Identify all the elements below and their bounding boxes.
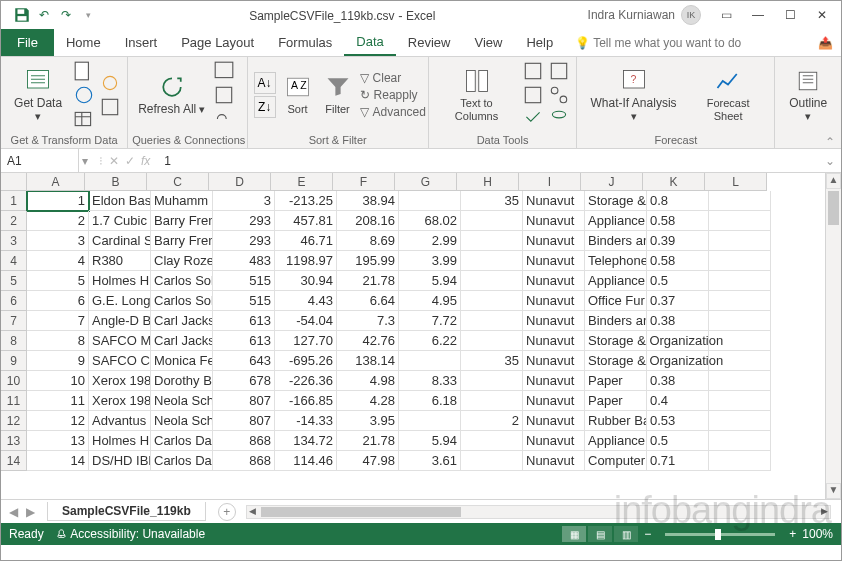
cell[interactable]: 46.71 xyxy=(275,231,337,251)
scroll-down-icon[interactable]: ▼ xyxy=(826,483,841,499)
cell[interactable]: R380 xyxy=(89,251,151,271)
cell[interactable]: Rubber Ba xyxy=(585,411,647,431)
cell[interactable]: SAFCO Co xyxy=(89,351,151,371)
row-header[interactable]: 7 xyxy=(1,311,27,331)
cell[interactable]: 10 xyxy=(27,371,89,391)
cell[interactable]: 8.33 xyxy=(399,371,461,391)
cell[interactable]: 195.99 xyxy=(337,251,399,271)
accessibility-status[interactable]: 🕭 Accessibility: Unavailable xyxy=(56,527,205,541)
flash-fill-icon[interactable] xyxy=(522,60,544,82)
cell[interactable]: 47.98 xyxy=(337,451,399,471)
cell[interactable]: -14.33 xyxy=(275,411,337,431)
cell[interactable]: -695.26 xyxy=(275,351,337,371)
cancel-formula-icon[interactable]: ✕ xyxy=(109,154,119,168)
cell[interactable]: Neola Sch xyxy=(151,391,213,411)
cell[interactable]: 5.94 xyxy=(399,431,461,451)
col-header[interactable]: K xyxy=(643,173,705,191)
tab-review[interactable]: Review xyxy=(396,29,463,56)
page-layout-view-icon[interactable]: ▤ xyxy=(588,526,612,542)
cell[interactable] xyxy=(461,391,523,411)
cell[interactable]: Xerox 198 xyxy=(89,391,151,411)
sort-asc-icon[interactable]: A↓ xyxy=(254,72,276,94)
get-data-button[interactable]: Get Data ▾ xyxy=(7,65,69,124)
cell[interactable] xyxy=(647,351,709,371)
consolidate-icon[interactable] xyxy=(548,60,570,82)
cell[interactable]: Eldon Bas xyxy=(89,191,151,211)
cell[interactable]: 2 xyxy=(27,211,89,231)
cell[interactable]: Storage & Organization xyxy=(585,351,647,371)
cell[interactable] xyxy=(709,331,771,351)
col-header[interactable]: D xyxy=(209,173,271,191)
cell[interactable]: 3.61 xyxy=(399,451,461,471)
cell[interactable] xyxy=(709,451,771,471)
tab-file[interactable]: File xyxy=(1,29,54,56)
cell[interactable]: 21.78 xyxy=(337,271,399,291)
cell[interactable]: 515 xyxy=(213,291,275,311)
tab-insert[interactable]: Insert xyxy=(113,29,170,56)
cell[interactable]: 0.4 xyxy=(647,391,709,411)
expand-formula-icon[interactable]: ⌄ xyxy=(819,154,841,168)
cell[interactable]: -54.04 xyxy=(275,311,337,331)
cell[interactable]: 0.58 xyxy=(647,211,709,231)
cell[interactable]: 4.28 xyxy=(337,391,399,411)
cell[interactable] xyxy=(709,351,771,371)
cell[interactable]: Muhamm xyxy=(151,191,213,211)
cell[interactable]: 35 xyxy=(461,351,523,371)
accept-formula-icon[interactable]: ✓ xyxy=(125,154,135,168)
cell[interactable]: 483 xyxy=(213,251,275,271)
sort-desc-icon[interactable]: Z↓ xyxy=(254,96,276,118)
maximize-icon[interactable]: ☐ xyxy=(775,3,805,27)
cell[interactable]: 1 xyxy=(27,191,89,211)
fx-icon[interactable]: fx xyxy=(141,154,150,168)
row-header[interactable]: 3 xyxy=(1,231,27,251)
collapse-ribbon-icon[interactable]: ⌃ xyxy=(825,135,835,149)
zoom-in-icon[interactable]: + xyxy=(789,527,796,541)
cell[interactable]: 12 xyxy=(27,411,89,431)
cell[interactable]: 0.5 xyxy=(647,431,709,451)
cell[interactable]: Office Fur xyxy=(585,291,647,311)
cell[interactable]: Nunavut xyxy=(523,271,585,291)
outline-button[interactable]: Outline ▾ xyxy=(781,65,835,124)
col-header[interactable]: J xyxy=(581,173,643,191)
cell[interactable]: Nunavut xyxy=(523,231,585,251)
cell[interactable]: 7.3 xyxy=(337,311,399,331)
data-validation-icon[interactable] xyxy=(522,108,544,130)
cell[interactable] xyxy=(461,451,523,471)
sheet-next-icon[interactable]: ▶ xyxy=(26,505,35,519)
cell[interactable]: 643 xyxy=(213,351,275,371)
cell[interactable]: Nunavut xyxy=(523,451,585,471)
cell[interactable]: 11 xyxy=(27,391,89,411)
edit-links-icon[interactable] xyxy=(213,108,235,130)
cell[interactable] xyxy=(399,411,461,431)
cell[interactable]: Nunavut xyxy=(523,431,585,451)
ribbon-display-icon[interactable]: ▭ xyxy=(711,3,741,27)
cell[interactable] xyxy=(709,311,771,331)
reapply-button[interactable]: ↻Reapply xyxy=(360,88,426,102)
name-box[interactable]: A1 xyxy=(1,149,79,172)
cell[interactable]: Appliance xyxy=(585,211,647,231)
tab-help[interactable]: Help xyxy=(514,29,565,56)
row-header[interactable]: 14 xyxy=(1,451,27,471)
cell[interactable]: Paper xyxy=(585,371,647,391)
cell[interactable]: 0.37 xyxy=(647,291,709,311)
cell[interactable]: -166.85 xyxy=(275,391,337,411)
cell[interactable] xyxy=(709,231,771,251)
cell[interactable]: Carl Jackso xyxy=(151,331,213,351)
cell[interactable]: Carlos Dal xyxy=(151,451,213,471)
cell[interactable]: 807 xyxy=(213,391,275,411)
cell[interactable]: 0.58 xyxy=(647,251,709,271)
cell[interactable]: Storage & xyxy=(585,191,647,211)
cell[interactable]: 7.72 xyxy=(399,311,461,331)
cell[interactable] xyxy=(461,371,523,391)
cell[interactable] xyxy=(399,351,461,371)
cell[interactable]: 38.94 xyxy=(337,191,399,211)
cell[interactable]: 4.98 xyxy=(337,371,399,391)
cell[interactable]: Telephone xyxy=(585,251,647,271)
cell[interactable]: 208.16 xyxy=(337,211,399,231)
cell[interactable]: 8.69 xyxy=(337,231,399,251)
cell[interactable]: Clay Rozer xyxy=(151,251,213,271)
cell[interactable] xyxy=(709,191,771,211)
cell[interactable]: 8 xyxy=(27,331,89,351)
cell[interactable] xyxy=(709,391,771,411)
grid-rows[interactable]: 11Eldon BasMuhamm3-213.2538.9435NunavutS… xyxy=(1,191,825,471)
